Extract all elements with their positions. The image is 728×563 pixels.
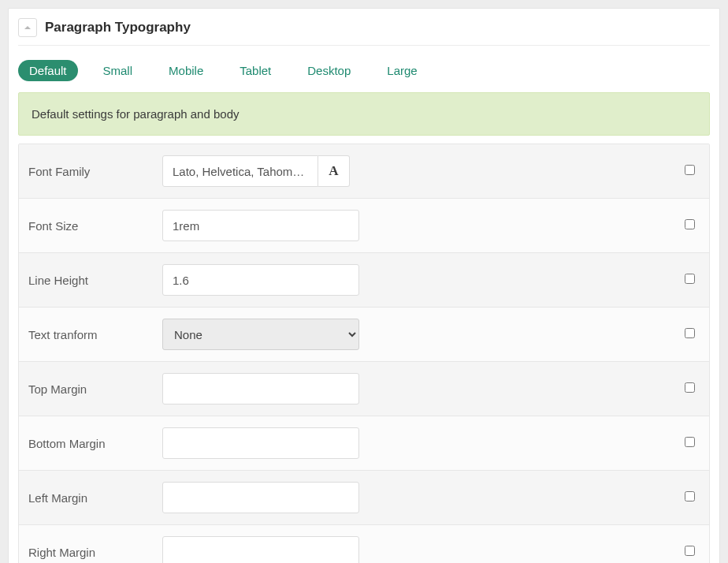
input-bottom-margin[interactable]	[162, 427, 359, 459]
input-font-size[interactable]	[162, 210, 359, 241]
override-font-family-checkbox[interactable]	[685, 165, 695, 175]
row-line-height: Line Height	[19, 253, 709, 308]
label-font-size: Font Size	[28, 219, 162, 233]
chevron-up-icon	[24, 21, 32, 34]
input-top-margin[interactable]	[162, 373, 359, 405]
label-line-height: Line Height	[28, 274, 162, 287]
input-font-family[interactable]	[162, 155, 318, 187]
row-text-transform: Text tranform None	[19, 308, 709, 362]
tab-small[interactable]: Small	[92, 60, 144, 81]
tab-mobile[interactable]: Mobile	[158, 60, 214, 81]
label-right-margin: Right Margin	[28, 546, 162, 559]
typography-panel: Paragraph Typography Default Small Mobil…	[8, 8, 720, 563]
label-bottom-margin: Bottom Margin	[28, 437, 162, 450]
tab-default[interactable]: Default	[18, 60, 78, 81]
input-left-margin[interactable]	[162, 482, 359, 513]
row-font-size: Font Size	[19, 199, 709, 253]
label-top-margin: Top Margin	[28, 382, 162, 396]
select-text-transform[interactable]: None	[162, 319, 359, 350]
tab-desktop[interactable]: Desktop	[296, 60, 362, 81]
override-font-size-checkbox[interactable]	[685, 219, 695, 229]
font-icon: A	[329, 163, 338, 179]
override-line-height-checkbox[interactable]	[685, 274, 695, 284]
label-font-family: Font Family	[28, 165, 162, 178]
override-right-margin-checkbox[interactable]	[685, 546, 695, 556]
override-top-margin-checkbox[interactable]	[685, 382, 695, 393]
override-left-margin-checkbox[interactable]	[685, 491, 695, 501]
settings-form: Font Family A Font Size Line Height	[18, 144, 710, 563]
row-top-margin: Top Margin	[19, 362, 709, 416]
row-right-margin: Right Margin	[19, 525, 709, 563]
font-picker-button[interactable]: A	[318, 155, 350, 187]
override-text-transform-checkbox[interactable]	[685, 328, 695, 338]
row-bottom-margin: Bottom Margin	[19, 416, 709, 471]
row-left-margin: Left Margin	[19, 471, 709, 525]
tab-large[interactable]: Large	[376, 60, 428, 81]
info-banner: Default settings for paragraph and body	[18, 92, 710, 136]
panel-title: Paragraph Typography	[45, 20, 191, 35]
panel-header: Paragraph Typography	[9, 9, 719, 45]
control-font-family: A	[162, 155, 359, 187]
breakpoint-tabs: Default Small Mobile Tablet Desktop Larg…	[9, 46, 719, 92]
input-right-margin[interactable]	[162, 536, 359, 563]
label-text-transform: Text tranform	[28, 328, 162, 341]
tab-tablet[interactable]: Tablet	[228, 60, 282, 81]
row-font-family: Font Family A	[19, 144, 709, 199]
override-bottom-margin-checkbox[interactable]	[685, 437, 695, 447]
collapse-button[interactable]	[18, 18, 37, 37]
label-left-margin: Left Margin	[28, 491, 162, 505]
input-line-height[interactable]	[162, 264, 359, 296]
